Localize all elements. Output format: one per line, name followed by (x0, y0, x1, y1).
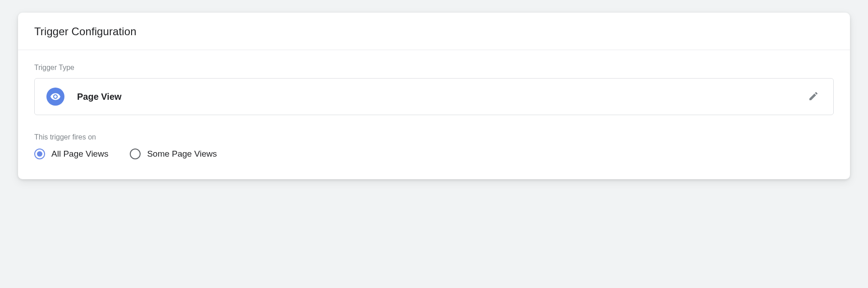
fires-on-label: This trigger fires on (34, 133, 834, 141)
radio-button-icon (130, 149, 141, 159)
trigger-type-name: Page View (77, 92, 793, 102)
trigger-type-selector[interactable]: Page View (34, 78, 834, 115)
card-body: Trigger Type Page View This trigger fire… (18, 50, 850, 179)
pencil-icon (808, 91, 819, 103)
fires-on-radio-group: All Page Views Some Page Views (34, 149, 834, 159)
card-header: Trigger Configuration (18, 13, 850, 50)
edit-trigger-type-button[interactable] (805, 88, 822, 105)
radio-some-page-views[interactable]: Some Page Views (130, 149, 217, 159)
radio-all-page-views[interactable]: All Page Views (34, 149, 108, 159)
card-title: Trigger Configuration (34, 25, 834, 38)
radio-label: All Page Views (51, 149, 108, 159)
trigger-type-label: Trigger Type (34, 64, 834, 72)
trigger-config-card: Trigger Configuration Trigger Type Page … (18, 13, 850, 179)
radio-label: Some Page Views (147, 149, 217, 159)
radio-button-icon (34, 149, 45, 159)
eye-icon (46, 88, 64, 106)
